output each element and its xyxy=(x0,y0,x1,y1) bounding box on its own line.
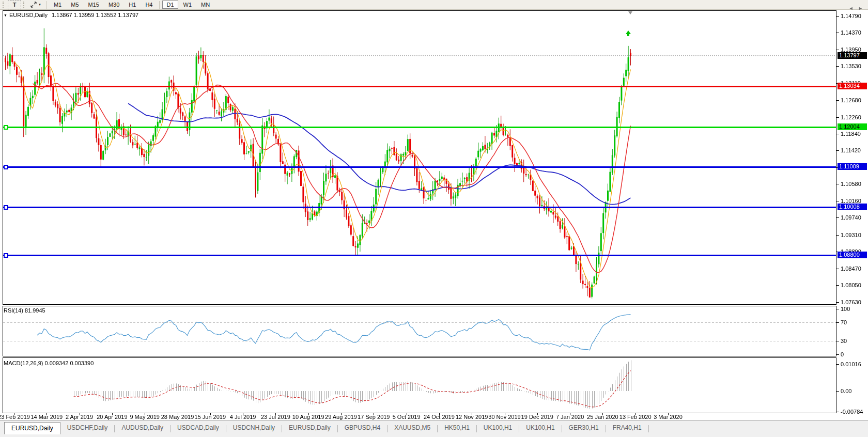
date-axis-label: 20 Apr 2019 xyxy=(97,414,127,420)
date-axis-label: 13 Feb 2020 xyxy=(619,414,652,420)
chart-tab-uk100-h1[interactable]: UK100,H1 xyxy=(519,422,561,433)
chart-tab-fra40-h1[interactable]: FRA40,H1 xyxy=(606,422,648,433)
price-axis-label: 1.08470 xyxy=(841,266,861,272)
price-axis-label: 1.12680 xyxy=(841,97,861,104)
rsi-axis-label: 70 xyxy=(841,319,847,326)
macd-indicator-label: MACD(12,26,9) 0.009342 0.003390 xyxy=(4,360,94,366)
rsi-axis-label: 100 xyxy=(841,306,850,313)
timeframe-button-d1[interactable]: D1 xyxy=(162,1,178,9)
chart-tab-gbpusd-h4[interactable]: GBPUSD,H4 xyxy=(338,422,387,433)
tab-scroll-arrows: ◄ ► xyxy=(845,6,863,11)
toolbar-separator xyxy=(46,1,47,9)
chart-symbol-label: EURUSD,Daily xyxy=(9,12,48,18)
timeframe-button-m5[interactable]: M5 xyxy=(67,1,83,9)
date-axis-label: 29 Aug 2019 xyxy=(325,414,357,420)
price-axis-label: 1.08050 xyxy=(841,282,861,289)
macd-axis-label: 0.00 xyxy=(841,388,851,395)
price-axis-label: 1.14790 xyxy=(841,13,861,20)
timeframe-button-m15[interactable]: M15 xyxy=(84,1,103,9)
date-axis-label: 28 May 2019 xyxy=(161,414,194,420)
timeframe-buttons: M1M5M15M30H1H4D1W1MN xyxy=(49,0,214,10)
cursor-tool-button[interactable]: ▼ xyxy=(28,0,43,9)
collapse-triangle-icon[interactable]: ▼ xyxy=(4,13,7,17)
hline-price-badge: 1.08800 xyxy=(838,252,867,258)
toolbar: T ▼ M1M5M15M30H1H4D1W1MN xyxy=(0,0,868,10)
timeframe-button-m30[interactable]: M30 xyxy=(104,1,123,9)
price-axis-label: 1.14370 xyxy=(841,29,861,36)
chart-tab-usdcnh-daily[interactable]: USDCNH,Daily xyxy=(226,422,282,433)
timeframe-button-h1[interactable]: H1 xyxy=(125,1,140,9)
rsi-indicator-label: RSI(14) 81.9945 xyxy=(4,307,45,314)
price-axis-label: 1.11420 xyxy=(841,147,861,154)
chart-ohlc-values: 1.13867 1.13959 1.13552 1.13797 xyxy=(52,12,138,18)
chart-tab-audusd-daily[interactable]: AUDUSD,Daily xyxy=(115,422,170,433)
date-axis-label: 5 Oct 2019 xyxy=(393,414,421,420)
price-axis-label: 1.10580 xyxy=(841,181,861,188)
date-axis-label: 7 Jan 2020 xyxy=(556,414,584,420)
price-axis-label: 1.13530 xyxy=(841,63,861,70)
chart-tab-ger30-h1[interactable]: GER30,H1 xyxy=(562,422,606,433)
chart-tab-usdchf-daily[interactable]: USDCHF,Daily xyxy=(60,422,115,433)
date-axis-label: 12 Nov 2019 xyxy=(456,414,488,420)
price-axis-label: 1.12260 xyxy=(841,114,861,121)
date-axis-label: 9 May 2019 xyxy=(130,414,159,420)
chart-tabs-bar: EURUSD,DailyUSDCHF,DailyAUDUSD,DailyUSDC… xyxy=(0,420,868,437)
date-axis-label: 15 Jun 2019 xyxy=(195,414,226,420)
chart-tab-eurusd-daily[interactable]: EURUSD,Daily xyxy=(4,422,60,434)
price-axis-label: 1.09740 xyxy=(841,214,861,221)
macd-axis-label: -0.00784 xyxy=(841,409,863,415)
date-axis-label: 14 Mar 2019 xyxy=(30,414,63,420)
price-chart-canvas[interactable] xyxy=(0,0,868,437)
price-axis-label: 1.09310 xyxy=(841,232,861,239)
chart-tab-xauusd-m5[interactable]: XAUUSD,M5 xyxy=(388,422,437,433)
date-axis-label: 25 Jan 2020 xyxy=(587,414,618,420)
macd-axis-label: 0.01016 xyxy=(841,361,861,368)
date-axis-label: 10 Aug 2019 xyxy=(292,414,324,420)
chart-title: ▼EURUSD,Daily1.13867 1.13959 1.13552 1.1… xyxy=(4,12,138,18)
chart-tab-usdcad-daily[interactable]: USDCAD,Daily xyxy=(171,422,226,433)
toolbar-grip[interactable] xyxy=(3,2,6,8)
toolbar-separator-2 xyxy=(159,1,160,9)
rsi-axis-label: 30 xyxy=(841,338,847,345)
date-axis-label: 4 Jul 2019 xyxy=(230,414,256,420)
chart-tab-uk100-h1[interactable]: UK100,H1 xyxy=(477,422,519,433)
chart-tab-eurusd-daily[interactable]: EURUSD,Daily xyxy=(282,422,337,433)
toolbar-grip-2[interactable] xyxy=(23,2,26,8)
date-axis-label: 17 Sep 2019 xyxy=(358,414,390,420)
tab-separator xyxy=(648,425,649,432)
date-axis-label: 2 Apr 2019 xyxy=(66,414,93,420)
price-axis-label: 1.07630 xyxy=(841,299,861,306)
price-axis-label: 1.11840 xyxy=(841,131,861,137)
rsi-axis-label: 0 xyxy=(841,351,844,358)
date-axis-label: 23 Jul 2019 xyxy=(261,414,290,420)
date-axis-label: 19 Dec 2019 xyxy=(521,414,553,420)
hline-price-badge: 1.10008 xyxy=(838,204,867,210)
timeframe-button-m1[interactable]: M1 xyxy=(50,1,66,9)
date-axis-label: 30 Nov 2019 xyxy=(488,414,520,420)
timeframe-button-mn[interactable]: MN xyxy=(197,1,214,9)
text-tool-button[interactable]: T xyxy=(8,0,21,9)
current-price-badge: 1.13797 xyxy=(838,52,867,59)
hline-price-badge: 1.13034 xyxy=(838,83,867,89)
dropdown-caret-icon: ▼ xyxy=(38,3,41,6)
tab-scroll-left-icon[interactable]: ◄ xyxy=(849,6,854,11)
chart-tab-hk50-h1[interactable]: HK50,H1 xyxy=(438,422,476,433)
date-axis-label: 23 Feb 2019 xyxy=(0,414,30,420)
date-axis-label: 24 Oct 2019 xyxy=(424,414,455,420)
hline-price-badge: 1.11009 xyxy=(838,163,867,170)
tab-scroll-right-icon[interactable]: ► xyxy=(858,6,863,11)
timeframe-button-w1[interactable]: W1 xyxy=(179,1,196,9)
cursor-arrows-icon xyxy=(30,2,37,8)
timeframe-button-h4[interactable]: H4 xyxy=(141,1,157,9)
date-axis-label: 3 Mar 2020 xyxy=(654,414,683,420)
hline-price-badge: 1.12004 xyxy=(838,123,867,130)
